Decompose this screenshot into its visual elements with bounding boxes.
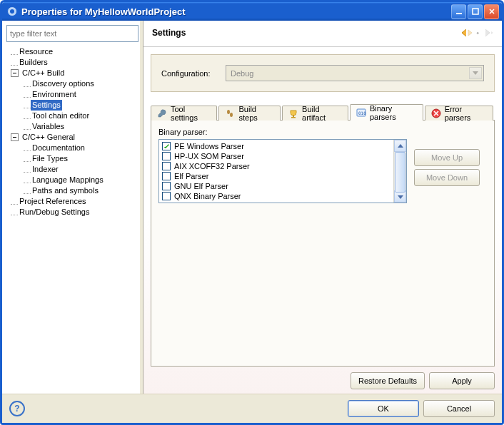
list-item[interactable]: GNU Elf Parser (162, 181, 390, 191)
tree-item-label: C/C++ General (21, 132, 76, 143)
tree-item-label: Indexer (31, 164, 60, 175)
tree-item[interactable]: Environment (6, 89, 136, 100)
tree-item[interactable]: Tool chain editor (6, 111, 136, 121)
list-item-label: HP-UX SOM Parser (174, 152, 244, 160)
tree-item[interactable]: Project References (6, 196, 136, 207)
configuration-value: Debug (231, 69, 253, 78)
tree-item[interactable]: Language Mappings (6, 175, 136, 185)
footprints-icon (225, 108, 235, 118)
nav-separator: • (476, 29, 479, 37)
list-item-label: QNX Binary Parser (174, 192, 241, 200)
tree-toggle-icon[interactable] (11, 69, 19, 77)
tab-label: Build steps (238, 105, 274, 122)
tree-item[interactable]: Variables (6, 121, 136, 132)
tree-item[interactable]: C/C++ General (6, 132, 136, 143)
cancel-button[interactable]: Cancel (423, 400, 495, 417)
list-item-label: PE Windows Parser (174, 142, 244, 150)
wrench-icon (157, 108, 167, 118)
tab-build-steps[interactable]: Build steps (218, 106, 281, 121)
list-item[interactable]: QNX Binary Parser (162, 191, 390, 201)
page-title: Settings (152, 28, 459, 38)
tree-item[interactable]: Discovery options (6, 78, 136, 89)
scroll-track[interactable] (394, 152, 406, 190)
tree-item[interactable]: Indexer (6, 164, 136, 175)
tree-toggle-icon[interactable] (11, 133, 19, 141)
tree-item-label: Settings (31, 100, 62, 111)
scroll-thumb[interactable] (395, 152, 405, 193)
tab-binary-parsers[interactable]: 010Binary parsers (350, 104, 423, 121)
close-button[interactable] (484, 4, 499, 19)
tree-item[interactable]: Resource (6, 46, 136, 57)
dialog-footer: ? OK Cancel (2, 394, 502, 423)
tree-item-label: Project References (18, 196, 88, 207)
list-item[interactable]: PE Windows Parser (162, 141, 390, 151)
move-down-button[interactable]: Move Down (414, 169, 480, 186)
checkbox[interactable] (162, 172, 171, 180)
category-tree[interactable]: ResourceBuildersC/C++ BuildDiscovery opt… (6, 46, 136, 389)
configuration-label: Configuration: (161, 69, 226, 78)
list-scrollbar[interactable] (393, 140, 406, 203)
restore-defaults-button[interactable]: Restore Defaults (351, 372, 425, 389)
tab-label: Tool settings (171, 105, 211, 122)
binary-icon: 010 (356, 108, 366, 118)
list-item[interactable]: AIX XCOFF32 Parser (162, 161, 390, 171)
help-icon[interactable]: ? (9, 401, 25, 416)
checkbox[interactable] (162, 142, 171, 150)
list-item-label: Elf Parser (174, 172, 208, 180)
tab-panel-binary-parsers: Binary parser: PE Windows ParserHP-UX SO… (151, 120, 495, 367)
checkbox[interactable] (162, 162, 171, 170)
svg-point-5 (230, 113, 233, 117)
nav-forward-button[interactable] (480, 26, 496, 39)
tree-item-label: Documentation (31, 143, 86, 153)
list-item-label: AIX XCOFF32 Parser (174, 162, 250, 170)
tree-item-label: Builders (18, 57, 49, 68)
list-item[interactable]: Elf Parser (162, 171, 390, 181)
configuration-combo[interactable]: Debug (226, 65, 484, 81)
tab-build-artifact[interactable]: Build artifact (282, 106, 348, 121)
app-icon (6, 6, 18, 17)
checkbox[interactable] (162, 182, 171, 190)
ok-button[interactable]: OK (348, 400, 419, 417)
properties-dialog: Properties for MyHellowWorldProject Reso… (0, 0, 504, 425)
titlebar[interactable]: Properties for MyHellowWorldProject (2, 2, 502, 21)
filter-input[interactable] (6, 25, 138, 42)
list-item[interactable]: HP-UX SOM Parser (162, 151, 390, 161)
tree-item[interactable]: Settings (6, 100, 136, 111)
checkbox[interactable] (162, 192, 171, 200)
move-up-button[interactable]: Move Up (414, 149, 480, 166)
tree-item[interactable]: Paths and symbols (6, 185, 136, 196)
maximize-button[interactable] (468, 4, 483, 19)
tree-item-label: Tool chain editor (31, 111, 91, 121)
nav-pane: ResourceBuildersC/C++ BuildDiscovery opt… (2, 21, 139, 394)
chevron-down-icon (469, 67, 482, 79)
tree-item-label: Discovery options (31, 78, 96, 89)
tab-error-parsers[interactable]: Error parsers (425, 106, 493, 121)
list-item-label: GNU Elf Parser (174, 182, 228, 190)
tab-tool-settings[interactable]: Tool settings (151, 106, 217, 121)
tree-item[interactable]: Builders (6, 57, 136, 68)
nav-back-button[interactable] (459, 26, 475, 39)
tabstrip: Tool settingsBuild stepsBuild artifact01… (151, 103, 495, 120)
tree-item-label: File Types (31, 153, 69, 164)
tree-item[interactable]: Run/Debug Settings (6, 207, 136, 217)
apply-button[interactable]: Apply (429, 372, 495, 389)
binary-parser-list[interactable]: PE Windows ParserHP-UX SOM ParserAIX XCO… (158, 139, 407, 203)
tree-item-label: C/C++ Build (21, 68, 66, 78)
binary-parser-label: Binary parser: (158, 128, 487, 136)
tree-item[interactable]: Documentation (6, 143, 136, 153)
tab-label: Build artifact (302, 105, 342, 122)
tree-item-label: Variables (31, 121, 66, 132)
trophy-icon (288, 108, 298, 118)
checkbox[interactable] (162, 152, 171, 160)
svg-point-1 (10, 9, 14, 14)
tree-item[interactable]: File Types (6, 153, 136, 164)
svg-point-4 (227, 110, 230, 114)
scroll-up-button[interactable] (394, 140, 406, 152)
svg-rect-3 (473, 9, 478, 14)
minimize-button[interactable] (451, 4, 466, 19)
tab-label: Binary parsers (370, 104, 417, 121)
tree-item-label: Run/Debug Settings (18, 207, 91, 217)
configuration-group: Configuration: Debug (151, 54, 495, 92)
tree-item[interactable]: C/C++ Build (6, 68, 136, 78)
svg-text:010: 010 (358, 111, 366, 116)
